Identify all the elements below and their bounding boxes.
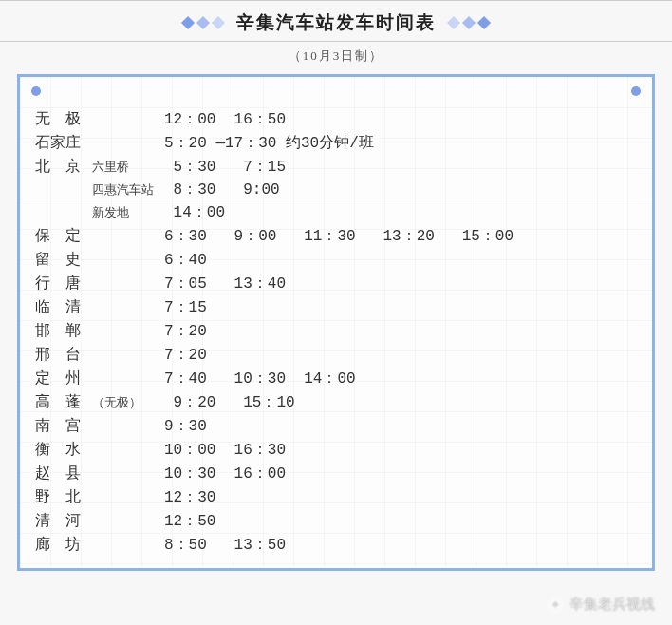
table-row: 行 唐7：05 13：40	[31, 272, 641, 295]
watermark: ✦ 辛集老兵视线	[547, 596, 655, 614]
watermark-text: 辛集老兵视线	[569, 596, 655, 614]
sub-station: 六里桥	[92, 156, 164, 179]
departure-times: 7：05 13：40	[164, 273, 286, 295]
destination: 赵 县	[35, 462, 92, 484]
table-row: 新发地 14：00	[31, 201, 641, 224]
departure-times: 14：00	[164, 201, 225, 224]
page-title: 辛集汽车站发车时间表	[236, 10, 436, 35]
table-row: 廊 坊8：50 13：50	[31, 533, 641, 557]
table-row: 清 河12：50	[31, 509, 641, 533]
diamond-left	[183, 18, 223, 28]
destination: 留 史	[35, 248, 92, 271]
table-row: 留 史6：40	[31, 248, 641, 272]
table-row: 四惠汽车站 8：30 9:00	[31, 179, 641, 201]
departure-times: 5：30 7：15	[164, 156, 286, 179]
destination: 野 北	[35, 485, 92, 508]
table-row: 石家庄5：20 —17：30 约30分钟/班	[31, 131, 641, 155]
corner-dot-icon	[631, 86, 641, 96]
subtitle: （10月3日制）	[0, 42, 672, 74]
destination: 高 蓬	[35, 390, 92, 413]
header-inner: 辛集汽车站发车时间表	[0, 10, 672, 35]
table-row: 衡 水10：00 16：30	[31, 438, 641, 462]
table-row: 南 宫9：30	[31, 414, 641, 438]
destination: 北 京	[35, 155, 92, 178]
departure-times: 7：15	[164, 296, 207, 319]
table-row: 定 州7：40 10：30 14：00	[31, 367, 641, 390]
departure-times: 10：00 16：30	[164, 439, 286, 462]
sub-station: （无极）	[92, 391, 164, 414]
destination: 保 定	[35, 224, 92, 247]
destination: 无 极	[35, 107, 92, 130]
departure-times: 6：30 9：00 11：30 13：20 15：00	[164, 225, 513, 248]
destination: 行 唐	[35, 272, 92, 294]
table-row: 保 定6：30 9：00 11：30 13：20 15：00	[31, 224, 641, 248]
table-row: 邯 郸7：20	[31, 319, 641, 343]
departure-times: 9：20 15：10	[164, 391, 295, 414]
destination: 清 河	[35, 509, 92, 532]
destination: 邢 台	[35, 343, 92, 366]
corner-dot-icon	[31, 86, 41, 96]
diamond-icon	[181, 16, 195, 29]
departure-times: 12：00 16：50	[164, 108, 286, 131]
timetable-rows: 无 极12：00 16：50石家庄5：20 —17：30 约30分钟/班北 京六…	[31, 107, 641, 557]
diamond-icon	[196, 16, 210, 29]
departure-times: 8：50 13：50	[164, 534, 286, 557]
departure-times: 7：20	[164, 344, 207, 367]
table-row: 赵 县10：30 16：00	[31, 462, 641, 485]
departure-times: 10：30 16：00	[164, 463, 286, 485]
header: 辛集汽车站发车时间表	[0, 0, 672, 42]
destination: 衡 水	[35, 438, 92, 461]
destination: 定 州	[35, 367, 92, 389]
departure-times: 12：30	[164, 486, 215, 509]
departure-times: 8：30 9:00	[164, 179, 280, 201]
departure-times: 12：50	[164, 510, 215, 533]
diamond-icon	[212, 16, 225, 29]
destination: 石家庄	[35, 131, 92, 154]
diamond-right	[449, 18, 489, 28]
wechat-icon: ✦	[547, 597, 564, 614]
departure-times: 9：30	[164, 415, 207, 438]
table-row: 高 蓬（无极） 9：20 15：10	[31, 390, 641, 414]
sub-station: 四惠汽车站	[92, 179, 164, 201]
departure-times: 7：20	[164, 320, 207, 343]
timetable-sheet: 无 极12：00 16：50石家庄5：20 —17：30 约30分钟/班北 京六…	[17, 74, 655, 571]
departure-times: 5：20 —17：30 约30分钟/班	[164, 132, 374, 155]
table-row: 临 清7：15	[31, 295, 641, 319]
destination: 临 清	[35, 295, 92, 318]
table-row: 野 北12：30	[31, 485, 641, 509]
table-row: 无 极12：00 16：50	[31, 107, 641, 131]
table-row: 北 京六里桥 5：30 7：15	[31, 155, 641, 179]
table-row: 邢 台7：20	[31, 343, 641, 367]
departure-times: 6：40	[164, 249, 207, 272]
destination: 廊 坊	[35, 533, 92, 556]
diamond-icon	[477, 16, 491, 29]
destination: 南 宫	[35, 414, 92, 437]
destination: 邯 郸	[35, 319, 92, 342]
sub-station: 新发地	[92, 201, 164, 224]
diamond-icon	[447, 16, 460, 29]
diamond-icon	[462, 16, 476, 29]
departure-times: 7：40 10：30 14：00	[164, 368, 356, 390]
